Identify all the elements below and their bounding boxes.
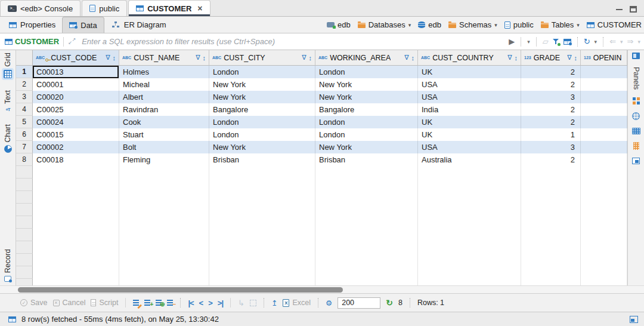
grid-cell[interactable]: Cook <box>119 116 209 128</box>
forward-icon[interactable]: ⇒ <box>627 37 634 46</box>
tab-console[interactable]: >_ <edb> Console <box>0 0 80 16</box>
empty-row-number[interactable] <box>16 279 33 285</box>
grid-cell[interactable]: 1 <box>521 128 581 141</box>
chevron-down-icon[interactable]: ▾ <box>494 22 497 28</box>
expand-filter-icon[interactable]: ↗↙ <box>68 38 76 45</box>
empty-grid-cell[interactable] <box>418 229 521 241</box>
grid-cell[interactable]: Bangalore <box>209 103 315 116</box>
script-button[interactable]: Script <box>91 299 118 307</box>
grid-cell[interactable] <box>581 128 627 141</box>
empty-grid-cell[interactable] <box>521 229 581 241</box>
empty-grid-cell[interactable] <box>418 204 521 216</box>
grid-cell[interactable]: C00013 <box>33 66 119 78</box>
grid-cell[interactable]: Brisban <box>209 153 315 166</box>
empty-grid-cell[interactable] <box>209 229 315 241</box>
empty-grid-cell[interactable] <box>581 166 627 179</box>
column-filter-icon[interactable]: ∇ <box>106 54 110 61</box>
empty-row-number[interactable] <box>16 266 33 279</box>
empty-grid-cell[interactable] <box>33 166 119 179</box>
goto-row-button[interactable]: ↳ <box>238 299 244 307</box>
empty-grid-cell[interactable] <box>521 166 581 179</box>
empty-grid-cell[interactable] <box>581 229 627 241</box>
fetch-size-input[interactable] <box>338 297 380 309</box>
grid-cell[interactable]: Australia <box>418 153 521 166</box>
close-tab-icon[interactable]: × <box>197 4 202 13</box>
breadcrumb-schema[interactable]: public <box>504 20 534 29</box>
empty-grid-cell[interactable] <box>33 241 119 254</box>
grid-cell[interactable]: London <box>315 128 418 141</box>
column-header[interactable]: ABCCUST_CITY∇↕ <box>209 50 315 65</box>
column-filter-icon[interactable]: ∇ <box>567 54 571 61</box>
clear-filter-icon[interactable]: ▱ <box>543 37 549 46</box>
breadcrumb-connection[interactable]: edb <box>327 20 351 29</box>
empty-grid-cell[interactable] <box>209 191 315 204</box>
grid-cell[interactable]: 3 <box>521 141 581 153</box>
column-sort-icon[interactable]: ↕ <box>574 54 578 61</box>
value-viewer-icon[interactable] <box>632 112 640 120</box>
grid-cell[interactable]: 2 <box>521 116 581 128</box>
empty-grid-cell[interactable] <box>521 191 581 204</box>
row-number[interactable]: 2 <box>16 78 33 91</box>
breadcrumb-schemas[interactable]: Schemas ▾ <box>448 20 497 29</box>
empty-grid-cell[interactable] <box>418 166 521 179</box>
delete-row-button[interactable]: − <box>167 300 173 306</box>
duplicate-row-button[interactable]: ⊕ <box>156 300 162 306</box>
refresh-icon[interactable]: ↻ <box>584 37 590 46</box>
grid-cell[interactable]: New York <box>209 91 315 103</box>
grid-cell[interactable] <box>581 116 627 128</box>
grid-cell[interactable]: Fleming <box>119 153 209 166</box>
empty-grid-cell[interactable] <box>209 216 315 229</box>
breadcrumb-tables[interactable]: Tables ▾ <box>541 20 580 29</box>
column-header[interactable]: 123GRADE∇↕ <box>521 50 581 65</box>
apply-filter-icon[interactable]: ▶ <box>509 37 515 46</box>
empty-grid-cell[interactable] <box>418 179 521 191</box>
grid-cell[interactable] <box>581 153 627 166</box>
add-row-button[interactable]: + <box>144 300 150 306</box>
grid-cell[interactable]: Bolt <box>119 141 209 153</box>
empty-grid-cell[interactable] <box>418 241 521 254</box>
column-header[interactable]: ABCCUST_NAME∇↕ <box>119 50 209 65</box>
empty-grid-cell[interactable] <box>521 204 581 216</box>
grid-cell[interactable]: 2 <box>521 153 581 166</box>
empty-grid-cell[interactable] <box>33 279 119 285</box>
empty-grid-cell[interactable] <box>209 279 315 285</box>
tab-data[interactable]: Data <box>62 17 104 33</box>
grid-cell[interactable]: C00025 <box>33 103 119 116</box>
grid-cell[interactable]: Ravindran <box>119 103 209 116</box>
empty-grid-cell[interactable] <box>209 254 315 266</box>
breadcrumb-database[interactable]: edb <box>418 20 441 29</box>
grid-cell[interactable]: Holmes <box>119 66 209 78</box>
empty-grid-cell[interactable] <box>521 266 581 279</box>
back-menu-icon[interactable]: ▾ <box>620 39 623 45</box>
empty-grid-cell[interactable] <box>315 254 418 266</box>
chart-view-toggle[interactable]: Chart <box>4 124 12 153</box>
empty-grid-cell[interactable] <box>521 179 581 191</box>
panel-settings-icon[interactable] <box>632 53 640 59</box>
grid-cell[interactable]: C00020 <box>33 91 119 103</box>
previous-row-button[interactable]: < <box>199 299 203 307</box>
tab-customer[interactable]: CUSTOMER × <box>128 0 210 16</box>
empty-grid-cell[interactable] <box>33 266 119 279</box>
empty-grid-cell[interactable] <box>521 254 581 266</box>
empty-grid-cell[interactable] <box>418 266 521 279</box>
empty-row-number[interactable] <box>16 229 33 241</box>
row-number[interactable]: 6 <box>16 128 33 141</box>
grid-cell[interactable] <box>581 91 627 103</box>
grid-cell[interactable]: 2 <box>521 66 581 78</box>
edit-cell-button[interactable] <box>133 300 139 306</box>
grid-cell[interactable]: 2 <box>521 103 581 116</box>
empty-grid-cell[interactable] <box>209 166 315 179</box>
row-number[interactable]: 1 <box>16 66 33 78</box>
next-row-button[interactable]: > <box>208 299 212 307</box>
column-header[interactable]: ABCCUST_CODE∇↕ <box>33 50 119 65</box>
select-row-button[interactable] <box>250 300 256 306</box>
grid-cell[interactable]: London <box>315 66 418 78</box>
empty-row-number[interactable] <box>16 216 33 229</box>
empty-grid-cell[interactable] <box>33 229 119 241</box>
empty-grid-cell[interactable] <box>521 241 581 254</box>
empty-grid-cell[interactable] <box>33 254 119 266</box>
grid-cell[interactable]: C00015 <box>33 128 119 141</box>
grid-cell[interactable]: UK <box>418 116 521 128</box>
empty-grid-cell[interactable] <box>521 279 581 285</box>
row-number[interactable]: 5 <box>16 116 33 128</box>
